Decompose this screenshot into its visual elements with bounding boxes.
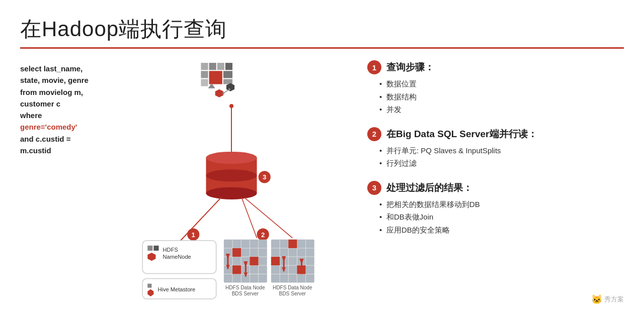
step-1-title: 查询步骤：: [386, 61, 434, 74]
sql-line6: genre='comedy': [20, 121, 111, 133]
step-1-bullets: 数据位置 数据结构 并发: [367, 77, 599, 116]
datanode2: [271, 240, 314, 283]
step-2-bullets: 并行单元: PQ Slaves & InputSplits 行列过滤: [367, 144, 599, 170]
slide: 在Hadoop端执行查询 select last_name, state, mo…: [0, 0, 644, 314]
watermark-text: 秀方案: [604, 295, 624, 304]
steps-panel: 1 查询步骤： 数据位置 数据结构 并发 2 在Big Data SQL Ser…: [352, 58, 599, 301]
diagram-panel: 3 1 2 HDFS: [111, 58, 352, 301]
svg-rect-31: [232, 265, 241, 274]
sql-line1: select last_name,: [20, 63, 111, 74]
sql-line4: customer c: [20, 98, 111, 110]
watermark-icon: 🐱: [591, 294, 602, 305]
step-3-bullet-1: 把相关的数据结果移动到DB: [386, 198, 599, 211]
data-grid-icon: [201, 63, 234, 97]
line-to-datanode1: [242, 197, 257, 238]
namenode-icon-sq2: [153, 246, 158, 251]
svg-rect-2: [217, 63, 224, 70]
svg-rect-5: [209, 71, 222, 84]
svg-rect-8: [223, 79, 232, 84]
step-3-bullet-2: 和DB表做Join: [386, 211, 599, 224]
datanode1: [224, 240, 267, 283]
namenode-label-line2: NameNode: [163, 254, 191, 260]
datanode1-label-line2: BDS Server: [232, 291, 259, 296]
step-3-title: 处理过滤后的结果：: [386, 181, 472, 194]
step-3-circle: 3: [367, 181, 381, 195]
svg-rect-1: [209, 63, 216, 70]
svg-marker-11: [215, 89, 223, 97]
dot-top: [229, 104, 233, 108]
watermark: 🐱 秀方案: [591, 294, 624, 305]
svg-line-12: [223, 89, 229, 93]
diagram-svg: 3 1 2 HDFS: [111, 58, 352, 301]
step-1-bullet-1: 数据位置: [386, 77, 599, 90]
svg-rect-48: [271, 257, 280, 265]
step-2-bullet-1: 并行单元: PQ Slaves & InputSplits: [386, 144, 599, 157]
step-1-header: 1 查询步骤：: [367, 60, 599, 74]
datanode2-label-line1: HDFS Data Node: [273, 285, 312, 290]
content-area: select last_name, state, movie, genre fr…: [20, 58, 624, 301]
step-3-bullet-3: 应用DB的安全策略: [386, 224, 599, 237]
svg-rect-29: [232, 248, 241, 257]
svg-point-18: [206, 152, 257, 164]
step-3: 3 处理过滤后的结果： 把相关的数据结果移动到DB 和DB表做Join 应用DB…: [367, 181, 599, 237]
step-badge-2-text: 2: [261, 231, 265, 239]
metastore-icon-sq: [147, 284, 151, 288]
sql-line5: where: [20, 110, 111, 121]
sql-line7: and c.custid =: [20, 133, 111, 145]
step-1-circle: 1: [367, 60, 381, 74]
step-badge-1-text: 1: [192, 231, 195, 239]
svg-rect-47: [288, 240, 297, 248]
step-2-bullet-2: 行列过滤: [386, 157, 599, 170]
step-2-title: 在Big Data SQL Server端并行读：: [386, 128, 537, 141]
svg-rect-4: [201, 71, 208, 78]
svg-rect-0: [201, 63, 208, 70]
datanode1-label-line1: HDFS Data Node: [225, 285, 265, 290]
svg-point-13: [222, 92, 224, 94]
step-3-bullets: 把相关的数据结果移动到DB 和DB表做Join 应用DB的安全策略: [367, 198, 599, 237]
title-underline: [20, 47, 624, 49]
svg-point-17: [206, 187, 257, 199]
namenode-icon-sq1: [147, 246, 152, 251]
step-1-bullet-2: 数据结构: [386, 90, 599, 103]
step-2: 2 在Big Data SQL Server端并行读： 并行单元: PQ Sla…: [367, 127, 599, 170]
namenode-label-line1: HDFS: [163, 247, 178, 253]
step-badge-3-text: 3: [263, 174, 266, 181]
step-1-bullet-3: 并发: [386, 103, 599, 116]
line-to-namenode: [181, 197, 221, 241]
sql-panel: select last_name, state, movie, genre fr…: [20, 58, 111, 301]
step-2-header: 2 在Big Data SQL Server端并行读：: [367, 127, 599, 141]
step-2-circle: 2: [367, 127, 381, 141]
svg-rect-7: [201, 79, 208, 86]
slide-title: 在Hadoop端执行查询: [20, 15, 624, 43]
svg-rect-3: [225, 63, 232, 70]
step-1: 1 查询步骤： 数据位置 数据结构 并发: [367, 60, 599, 116]
svg-rect-30: [250, 257, 258, 265]
svg-point-19: [206, 169, 257, 181]
central-database: [206, 152, 257, 199]
datanode2-label-line2: BDS Server: [279, 291, 306, 296]
metastore-label: Hive Metastore: [157, 286, 195, 292]
sql-line8: m.custid: [20, 145, 111, 156]
svg-rect-6: [223, 71, 232, 78]
sql-line3: from movielog m,: [20, 86, 111, 98]
sql-line2: state, movie, genre: [20, 74, 111, 86]
svg-point-14: [228, 88, 230, 90]
step-3-header: 3 处理过滤后的结果：: [367, 181, 599, 195]
